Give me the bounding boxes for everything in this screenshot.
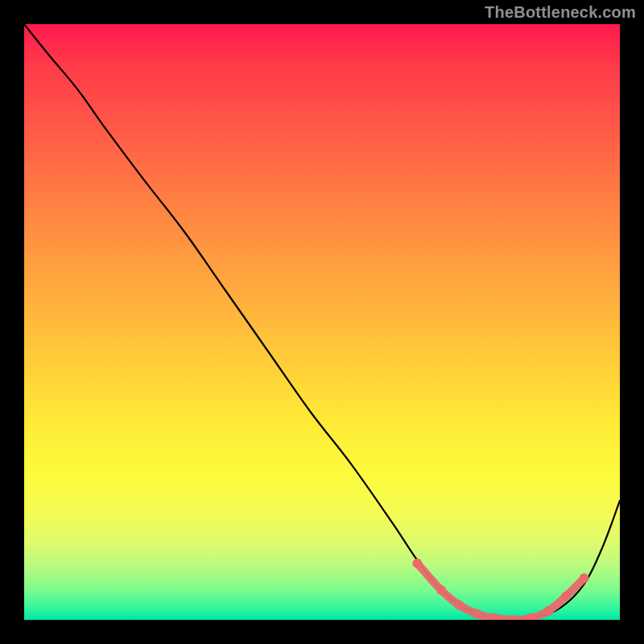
highlight-points: [412, 559, 588, 620]
chart-container: TheBottleneck.com: [0, 0, 644, 644]
highlight-dot: [412, 559, 422, 568]
highlight-dot: [543, 606, 553, 616]
highlight-dot: [472, 609, 481, 619]
highlight-dot: [436, 585, 446, 595]
highlight-dot: [580, 573, 589, 583]
plot-area: [24, 24, 620, 620]
highlight-dot: [561, 591, 571, 601]
curve-path: [24, 24, 620, 620]
watermark-text: TheBottleneck.com: [485, 3, 636, 22]
line-series: [24, 24, 620, 620]
highlight-dot: [454, 601, 464, 610]
